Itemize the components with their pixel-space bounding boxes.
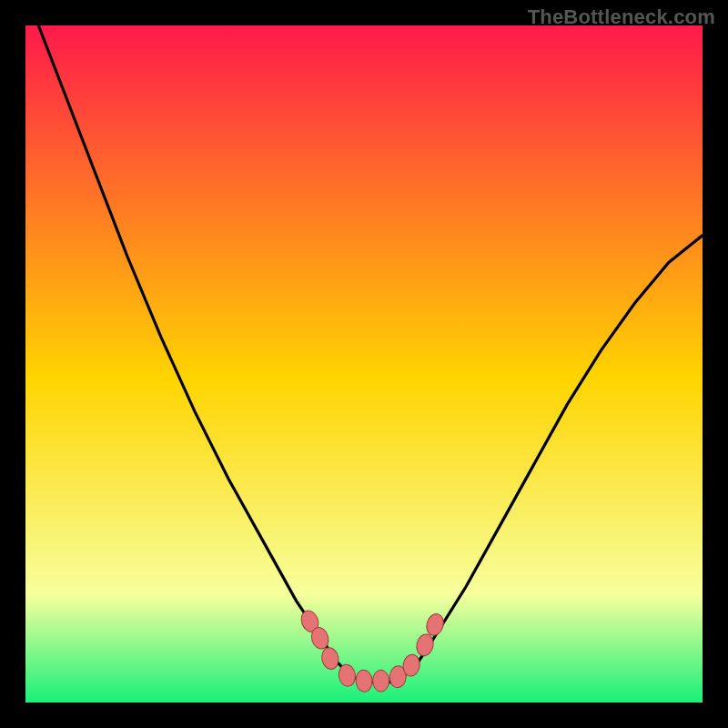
plot-area	[25, 25, 703, 703]
valley-marker	[373, 670, 389, 692]
chart-svg	[25, 25, 703, 703]
chart-frame: TheBottleneck.com	[0, 0, 728, 728]
gradient-background	[25, 25, 703, 703]
watermark-text: TheBottleneck.com	[528, 5, 715, 29]
